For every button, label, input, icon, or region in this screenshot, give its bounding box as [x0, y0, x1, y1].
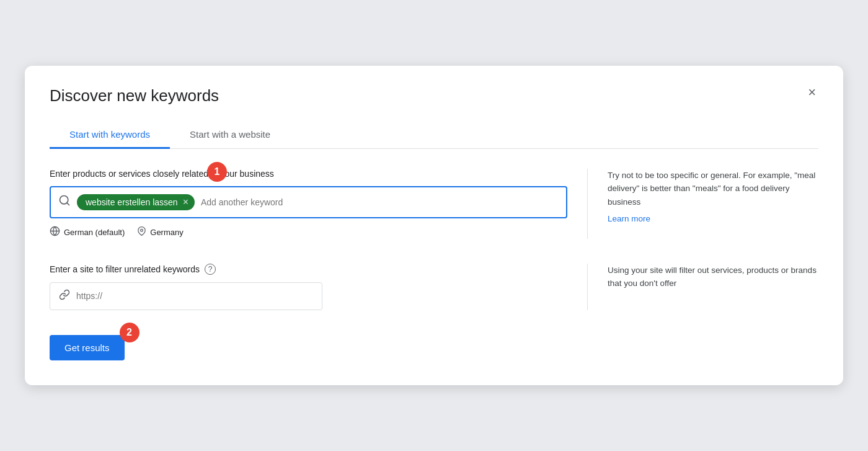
keyword-chip: website erstellen lassen × — [77, 194, 195, 210]
learn-more-link[interactable]: Learn more — [608, 214, 650, 223]
keyword-chip-wrapper: website erstellen lassen × 1 — [77, 194, 195, 210]
keywords-content-grid: Enter products or services closely relat… — [50, 169, 818, 239]
keywords-help-text: Try not to be too specific or general. F… — [608, 169, 818, 209]
svg-point-4 — [141, 229, 143, 231]
keyword-text-input[interactable] — [201, 197, 559, 207]
chip-text: website erstellen lassen — [86, 197, 178, 207]
link-icon — [59, 289, 70, 303]
locale-row: German (default) Germany — [50, 226, 567, 239]
step-badge-1: 1 — [207, 162, 227, 182]
modal: Discover new keywords × Start with keywo… — [25, 66, 843, 385]
keywords-section-label: Enter products or services closely relat… — [50, 169, 567, 179]
locale-language: German (default) — [50, 226, 125, 239]
chip-close-icon[interactable]: × — [183, 197, 188, 207]
modal-header: Discover new keywords × — [50, 86, 818, 107]
button-container: Get results 2 — [50, 310, 125, 360]
vertical-divider-2 — [587, 264, 588, 310]
vertical-divider-1 — [587, 169, 588, 239]
url-input-wrapper[interactable] — [50, 282, 322, 310]
keywords-left: Enter products or services closely relat… — [50, 169, 567, 239]
country-text: Germany — [150, 228, 183, 237]
step-badge-2: 2 — [120, 323, 140, 342]
language-text: German (default) — [64, 228, 125, 237]
get-results-label: Get results — [64, 342, 110, 353]
locale-country: Germany — [137, 226, 183, 239]
filter-section: Enter a site to filter unrelated keyword… — [50, 264, 818, 310]
close-button[interactable]: × — [805, 83, 818, 102]
search-icon — [58, 194, 71, 210]
filter-help-text: Using your site will filter out services… — [608, 264, 818, 290]
tabs-container: Start with keywords Start with a website — [50, 122, 818, 149]
svg-line-1 — [67, 203, 69, 205]
filter-label-row: Enter a site to filter unrelated keyword… — [50, 264, 567, 275]
location-icon — [137, 226, 146, 239]
keywords-right: Try not to be too specific or general. F… — [608, 169, 818, 239]
keyword-input-container[interactable]: website erstellen lassen × 1 — [50, 186, 567, 218]
filter-content-grid: Enter a site to filter unrelated keyword… — [50, 264, 818, 310]
get-results-button[interactable]: Get results 2 — [50, 335, 125, 360]
help-icon[interactable]: ? — [205, 264, 216, 275]
modal-overlay: Discover new keywords × Start with keywo… — [0, 0, 868, 451]
filter-label: Enter a site to filter unrelated keyword… — [50, 264, 200, 274]
tab-keywords[interactable]: Start with keywords — [50, 122, 170, 149]
modal-title: Discover new keywords — [50, 86, 219, 107]
url-input[interactable] — [76, 291, 313, 301]
tab-website[interactable]: Start with a website — [170, 122, 290, 149]
filter-left: Enter a site to filter unrelated keyword… — [50, 264, 567, 310]
language-icon — [50, 226, 60, 239]
filter-right: Using your site will filter out services… — [608, 264, 818, 310]
